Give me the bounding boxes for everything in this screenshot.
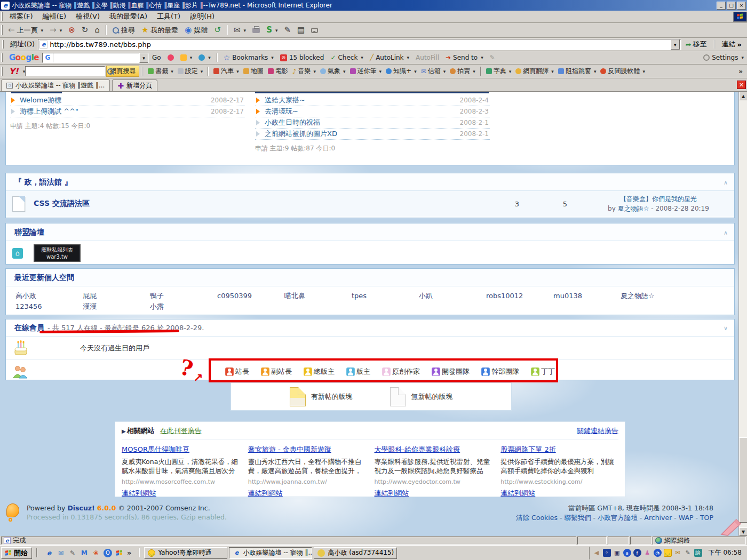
search-button[interactable]: 搜尋: [109, 25, 138, 36]
tabbar-close-button[interactable]: ✕: [737, 81, 746, 89]
minimize-button[interactable]: _: [717, 2, 726, 10]
user-link[interactable]: 屁屁: [83, 291, 150, 301]
toolbar-grip[interactable]: [2, 40, 4, 48]
close-button[interactable]: ×: [737, 2, 746, 10]
footer-link-cookies[interactable]: 清除 Cookies: [516, 514, 558, 522]
media-button[interactable]: ◉媒體: [181, 25, 211, 36]
google-star-tool[interactable]: ▾: [177, 54, 196, 61]
yahoo-mail[interactable]: ✉信箱▾: [419, 67, 448, 76]
menu-help[interactable]: 說明(H): [185, 11, 219, 22]
quicklaunch-player-icon[interactable]: Q: [104, 549, 112, 557]
google-spellcheck-button[interactable]: ✓Check▾: [327, 54, 367, 61]
google-comment-tool[interactable]: ▾: [195, 54, 214, 61]
quicklaunch-ie-icon[interactable]: e: [45, 549, 53, 557]
google-search-dropdown[interactable]: ▾: [139, 53, 148, 63]
favorites-button[interactable]: ★我的最愛: [138, 25, 181, 36]
user-link[interactable]: 夏之物語☆: [621, 291, 688, 301]
footer-link-archiver[interactable]: Archiver: [638, 514, 672, 522]
toolbar-grip[interactable]: [1, 67, 3, 76]
toolbar-overflow-chevron[interactable]: »: [734, 68, 747, 75]
tray-quicktime-icon[interactable]: ◔: [654, 549, 662, 557]
user-link[interactable]: 小露: [150, 301, 217, 312]
tray-ime-indicator[interactable]: 諳: [694, 549, 702, 557]
tab-forum[interactable]: ▫ 小政娛樂論壇 -- 寵物 ‖遊戲 ‖...: [1, 79, 110, 91]
google-highlighter-button[interactable]: ✎: [487, 54, 498, 61]
messenger-button[interactable]: S▾: [263, 25, 281, 35]
footer-link-top[interactable]: TOP: [694, 514, 713, 522]
yahoo-minipen[interactable]: 迷你筆▾: [348, 67, 384, 76]
print-button[interactable]: [249, 27, 263, 34]
discuss-button[interactable]: [308, 27, 321, 34]
toolbar-grip[interactable]: [1, 25, 3, 35]
tray-messenger-smiley-icon[interactable]: ◡: [664, 549, 672, 557]
address-input[interactable]: [50, 41, 671, 49]
topic-link[interactable]: 去清境玩~: [265, 107, 460, 116]
yahoo-translate[interactable]: 網頁翻譯▾: [513, 67, 556, 76]
task-messenger-chat[interactable]: 高小政 (asd7374415): [314, 547, 397, 559]
menu-view[interactable]: 檢視(V): [71, 11, 105, 22]
user-link[interactable]: robs10012: [486, 291, 553, 301]
footer-link-official[interactable]: 小政官方論壇: [591, 514, 637, 522]
user-link[interactable]: 高小政: [15, 291, 83, 301]
last-post-title[interactable]: 【音樂盒】你們是我的星光: [620, 195, 697, 203]
user-link[interactable]: 鴨子: [150, 291, 217, 301]
menu-favorites[interactable]: 我的最愛(A): [105, 11, 152, 22]
ad-title-link[interactable]: 大學眼科-給你專業眼科診療: [375, 445, 492, 454]
collapse-icon[interactable]: ∧: [724, 179, 728, 186]
tray-pen-icon[interactable]: ✎: [684, 549, 692, 557]
taskbar-clock[interactable]: 下午 06:58: [704, 548, 742, 557]
yahoo-dictionary[interactable]: 字典▾: [484, 67, 514, 76]
notes-button[interactable]: ▤: [294, 25, 308, 35]
user-link[interactable]: 喵北鼻: [284, 291, 352, 301]
footer-link-contact[interactable]: 聯繫我們: [558, 514, 591, 522]
scroll-up-button[interactable]: ▲: [739, 92, 747, 100]
google-g-icon[interactable]: G: [43, 53, 53, 62]
forum-link[interactable]: CSS 交流語法區: [34, 199, 90, 209]
last-post-user[interactable]: 夏之物語☆: [618, 205, 649, 212]
yahoo-search-input[interactable]: [27, 68, 107, 75]
google-settings-button[interactable]: Settings▾: [700, 54, 747, 61]
google-go-button[interactable]: Go: [149, 54, 164, 61]
quicklaunch-mail-icon[interactable]: ✉: [57, 549, 65, 557]
topic-link[interactable]: 游標上傳測試 ^^": [20, 107, 211, 116]
edit-button[interactable]: ✎: [281, 25, 294, 35]
menu-tools[interactable]: 工具(T): [152, 11, 185, 22]
publish-ad-link[interactable]: 在此刊登廣告: [160, 426, 202, 436]
yahoo-autos[interactable]: 汽車▾: [211, 67, 241, 76]
tray-agent-icon[interactable]: ♟: [643, 549, 651, 557]
scroll-thumb[interactable]: [739, 437, 747, 523]
user-link[interactable]: c0950399: [217, 291, 284, 301]
menu-edit[interactable]: 編輯(E): [38, 11, 71, 22]
task-forum-window[interactable]: e 小政娛樂論壇 -- 寵物 ‖...: [229, 547, 312, 559]
quicklaunch-flower-icon[interactable]: ❀: [92, 549, 100, 557]
tray-f-icon[interactable]: f: [633, 549, 641, 557]
ad-visit-link[interactable]: 連結到網站: [248, 489, 283, 498]
refresh-button[interactable]: ↻: [78, 25, 92, 35]
topic-link[interactable]: 之前網站被抓的圖片XD: [265, 129, 460, 139]
forward-button[interactable]: →▾: [46, 25, 65, 35]
google-autofill-button[interactable]: AutoFill: [412, 54, 442, 61]
user-link[interactable]: tpes: [352, 291, 419, 301]
google-sendto-button[interactable]: ➜Send to▾: [442, 54, 487, 61]
yahoo-weather[interactable]: 氣象▾: [318, 67, 348, 76]
stop-button[interactable]: ⊗: [65, 25, 78, 35]
home-button[interactable]: ⌂: [91, 25, 103, 35]
quicklaunch-edit-icon[interactable]: ✎: [68, 549, 77, 557]
ad-visit-link[interactable]: 連結到網站: [122, 489, 156, 498]
tray-network-icon[interactable]: ▣: [613, 549, 621, 557]
yahoo-movies[interactable]: 電影: [266, 67, 290, 76]
maximize-button[interactable]: □: [727, 2, 736, 10]
quicklaunch-msn-icon[interactable]: M: [80, 549, 89, 557]
yahoo-popup-blocker[interactable]: 阻擋跳窗▾: [556, 67, 599, 76]
topic-link[interactable]: 送給大家搭~: [265, 95, 460, 105]
google-search-input[interactable]: [53, 54, 139, 61]
keyword-ad-link[interactable]: 關鍵連結廣告: [577, 426, 618, 436]
links-button[interactable]: 連結»: [718, 39, 746, 49]
google-bookmarks-button[interactable]: ☆Bookmarks▾: [220, 53, 277, 62]
mail-button[interactable]: ✉▾: [231, 25, 249, 35]
toolbar-grip[interactable]: [1, 12, 3, 20]
yahoo-auctions[interactable]: 拍賣▾: [448, 67, 478, 76]
go-button[interactable]: ➦移至: [681, 39, 711, 49]
user-link[interactable]: 漢漢: [83, 301, 150, 312]
yahoo-settings[interactable]: 設定▾: [176, 67, 205, 76]
